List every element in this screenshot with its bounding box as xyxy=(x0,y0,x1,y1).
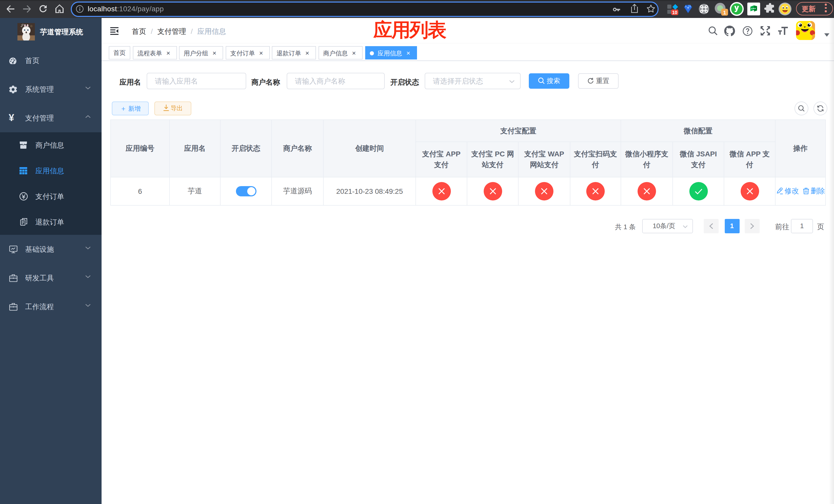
svg-text:1: 1 xyxy=(723,9,726,15)
svg-text:10: 10 xyxy=(672,10,677,15)
